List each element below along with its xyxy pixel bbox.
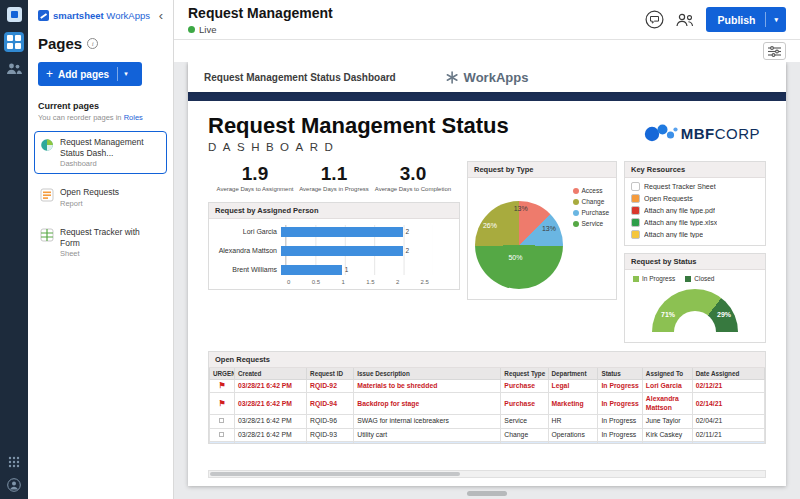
cell-issue: SWAG for internal icebreakers	[354, 415, 501, 428]
bar-track: 2	[281, 246, 433, 256]
workapps-nav-icon[interactable]	[4, 32, 24, 52]
pages-title: Pages	[38, 35, 82, 52]
table-row[interactable]: 03/28/21 6:42 PMRQID-93Utility cartChang…	[210, 428, 765, 441]
column-header[interactable]: Created	[234, 368, 306, 380]
page-type: Sheet	[60, 249, 161, 258]
roles-nav-icon[interactable]	[6, 62, 22, 76]
flag-icon: ⚑	[218, 381, 225, 390]
page-type: Dashboard	[60, 159, 161, 168]
bar[interactable]	[281, 246, 403, 256]
toolbar-strip	[174, 40, 800, 62]
cell-date_assigned: 02/12/21	[692, 380, 764, 393]
cell-status: In Progress	[598, 428, 642, 441]
panel-title: Request by Assigned Person	[209, 203, 459, 219]
cell-department: HR	[548, 415, 598, 428]
bar[interactable]	[281, 227, 403, 237]
live-label: Live	[199, 24, 216, 35]
cell-request_type: Service	[501, 415, 548, 428]
request-status-panel: Request by Status In ProgressClosed 71% …	[624, 253, 766, 343]
cell-assigned_to: Kirk Caskey	[642, 428, 692, 441]
bar-row: Lori Garcia2	[215, 227, 449, 237]
urgent-flag-cell[interactable]	[210, 442, 235, 443]
flag-placeholder-icon	[219, 418, 224, 423]
horizontal-scrollbar-thumb[interactable]	[467, 491, 507, 496]
roles-link[interactable]: Roles	[124, 113, 143, 122]
page-name: Open Requests	[60, 187, 119, 198]
pie-slice-label: 50%	[508, 254, 522, 261]
feedback-icon[interactable]	[644, 9, 665, 30]
urgent-flag-cell[interactable]: ⚑	[210, 393, 235, 415]
cell-issue: Materials to be shredded	[354, 380, 501, 393]
pdf-icon	[631, 206, 640, 215]
cell-date_assigned: 02/12/21	[692, 442, 764, 443]
metric-days-to-completion: 3.0 Average Days to Completion	[374, 163, 452, 194]
brand-name: smartsheet WorkApps	[53, 10, 150, 21]
resource-link[interactable]: Attach any file type	[631, 230, 759, 239]
sidebar-page-dashboard[interactable]: Request Management Status Dash... Dashbo…	[34, 131, 167, 174]
cell-department: Legal	[548, 380, 598, 393]
column-header[interactable]: Request Type	[501, 368, 548, 380]
bar-category-label: Alexandra Mattson	[215, 247, 281, 254]
mbfcorp-logo: MBFCORP	[643, 121, 760, 145]
x-tick-label: 0	[287, 279, 290, 285]
collapse-sidebar-icon[interactable]: ‹	[159, 9, 163, 22]
cell-request_id: RQID-92	[307, 380, 354, 393]
legend-swatch	[633, 276, 639, 282]
column-header[interactable]: Date Assigned	[692, 368, 764, 380]
cell-assigned_to: June Taylor	[642, 442, 692, 443]
account-icon[interactable]	[7, 478, 21, 492]
assigned-person-panel: Request by Assigned Person Lori Garcia2A…	[208, 202, 460, 290]
sidebar-page-request-tracker[interactable]: Request Tracker with Form Sheet	[34, 221, 167, 264]
resource-link[interactable]: Open Requests	[631, 194, 759, 203]
dashboard-scrollbar[interactable]	[208, 470, 766, 478]
legend-label: Purchase	[582, 209, 609, 216]
pie-slice-label: 26%	[483, 222, 497, 229]
column-header[interactable]: Department	[548, 368, 598, 380]
key-resources-panel: Key Resources Request Tracker SheetOpen …	[624, 161, 766, 246]
column-header[interactable]: Request ID	[307, 368, 354, 380]
resource-link[interactable]: Attach any file type.xlsx	[631, 218, 759, 227]
bar[interactable]	[281, 265, 342, 275]
live-status: Live	[188, 24, 333, 35]
cell-created: 03/28/21 6:42 PM	[234, 428, 306, 441]
legend-label: Access	[582, 187, 603, 194]
table-row[interactable]: ⚑03/28/21 6:42 PMRQID-92Materials to be …	[210, 380, 765, 393]
table-row[interactable]: 03/28/21 6:42 PMRQID-96SWAG for internal…	[210, 415, 765, 428]
resource-link[interactable]: Attach any file type.pdf	[631, 206, 759, 215]
page-title: Request Management	[188, 5, 333, 21]
resource-link[interactable]: Request Tracker Sheet	[631, 182, 759, 191]
dashboard-scrollbar-thumb[interactable]	[210, 472, 460, 476]
request-type-panel: Request by Type 13%13%50%26% AccessChang…	[467, 161, 617, 300]
legend-item: Closed	[685, 275, 714, 282]
column-header[interactable]: Assigned To	[642, 368, 692, 380]
column-header[interactable]: Status	[598, 368, 642, 380]
smartsheet-logo-icon[interactable]	[7, 7, 22, 22]
column-header[interactable]: Issue Description	[354, 368, 501, 380]
filter-icon[interactable]	[763, 42, 786, 60]
chevron-down-icon[interactable]: ▾	[118, 70, 134, 78]
resource-label: Attach any file type	[644, 231, 703, 238]
info-icon[interactable]: i	[87, 38, 98, 49]
legend-item: In Progress	[633, 275, 675, 282]
status-legend: In ProgressClosed	[625, 270, 765, 282]
legend-swatch	[573, 199, 579, 205]
bar-track: 2	[281, 227, 433, 237]
urgent-flag-cell[interactable]	[210, 428, 235, 441]
add-pages-button[interactable]: + Add pages ▾	[38, 62, 142, 86]
cell-status: In Progress	[598, 380, 642, 393]
urgent-flag-cell[interactable]	[210, 415, 235, 428]
share-users-icon[interactable]	[675, 9, 696, 30]
urgent-flag-cell[interactable]: ⚑	[210, 380, 235, 393]
report-icon	[40, 188, 54, 202]
sidebar-page-open-requests[interactable]: Open Requests Report	[34, 181, 167, 214]
column-header[interactable]: URGENT	[210, 368, 235, 380]
publish-caret-icon[interactable]: ▾	[766, 16, 786, 24]
apps-grid-icon[interactable]	[8, 456, 20, 468]
bar-value-label: 1	[345, 266, 349, 273]
bar-row: Alexandra Mattson2	[215, 246, 449, 256]
publish-button[interactable]: Publish ▾	[706, 7, 786, 32]
table-row[interactable]: ⚑03/28/21 6:42 PMRQID-94Backdrop for sta…	[210, 393, 765, 415]
table-row[interactable]: 03/28/21 6:41 PMRQID-95New hire material…	[210, 442, 765, 443]
cell-status: In Progress	[598, 393, 642, 415]
page-type: Report	[60, 199, 119, 208]
